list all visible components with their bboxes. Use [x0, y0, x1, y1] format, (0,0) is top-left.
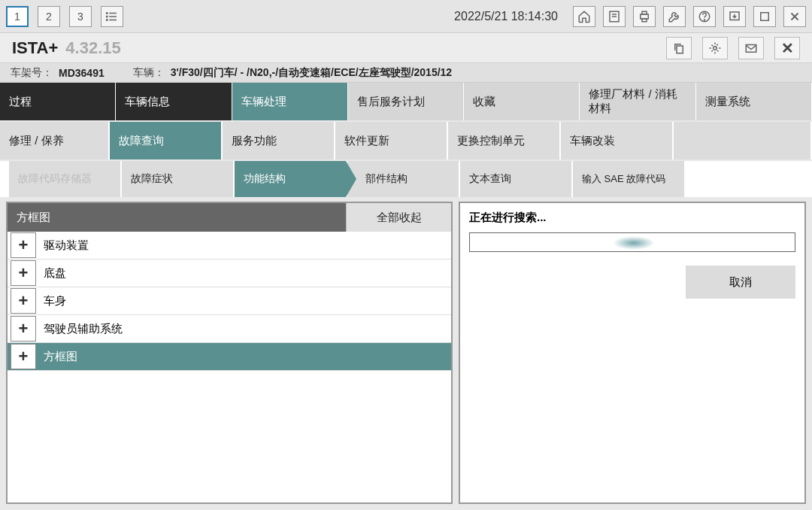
- tab-vehicle-handling[interactable]: 车辆处理: [232, 83, 348, 120]
- expand-icon[interactable]: +: [11, 260, 36, 286]
- help-button[interactable]: [693, 6, 716, 27]
- tree-item-chassis[interactable]: + 底盘: [8, 260, 451, 287]
- vehicle-description: 3'/F30/四门车/ - /N20,-/自动变速箱/ECE/左座驾驶型/201…: [171, 66, 452, 80]
- svg-rect-15: [761, 12, 769, 20]
- app-bar: ISTA+ 4.32.15 ✕: [0, 33, 812, 63]
- expand-icon[interactable]: +: [11, 344, 36, 369]
- top-toolbar: 1 2 3 2022/5/21 18:14:30: [0, 0, 812, 33]
- svg-point-19: [714, 46, 717, 50]
- toolbar-right-group: [573, 6, 806, 27]
- expand-icon[interactable]: +: [11, 288, 36, 314]
- maximize-button[interactable]: [753, 6, 776, 27]
- workspace-3-button[interactable]: 3: [69, 6, 92, 27]
- print-button[interactable]: [633, 6, 656, 27]
- tab-service-plan[interactable]: 售后服务计划: [348, 83, 464, 120]
- left-panel: 方框图 全部收起 + 驱动装置 + 底盘 + 车身 + 驾驶员辅助系统 + 方框…: [6, 202, 453, 504]
- app-bar-actions: ✕: [666, 37, 800, 59]
- tree-item-label: 驾驶员辅助系统: [39, 322, 123, 336]
- tree-item-label: 方框图: [39, 350, 77, 364]
- copy-button[interactable]: [666, 37, 692, 59]
- subtab2-fault-symptom[interactable]: 故障症状: [122, 161, 235, 197]
- svg-point-5: [107, 19, 108, 20]
- tree-item-body[interactable]: + 车身: [8, 287, 451, 315]
- tab-workshop-materials[interactable]: 修理厂材料 / 消耗材料: [580, 83, 695, 120]
- subtab-fault-inquiry[interactable]: 故障查询: [110, 122, 223, 159]
- subtab-service-function[interactable]: 服务功能: [223, 122, 335, 159]
- wrench-button[interactable]: [663, 6, 686, 27]
- right-panel-actions: 取消: [686, 266, 795, 299]
- tree-item-block-diagram[interactable]: + 方框图: [8, 343, 451, 371]
- svg-point-4: [107, 16, 108, 17]
- mail-button[interactable]: [738, 37, 764, 59]
- datetime-display: 2022/5/21 18:14:30: [454, 10, 558, 23]
- subtab2-sae-fault-code[interactable]: 输入 SAE 故障代码: [573, 161, 686, 197]
- export-button[interactable]: [723, 6, 746, 27]
- svg-rect-9: [641, 14, 649, 19]
- vin-label: 车架号：: [11, 66, 53, 80]
- right-panel: 正在进行搜索... 取消: [459, 202, 806, 504]
- left-panel-title: 方框图: [8, 203, 346, 232]
- subtab2-function-structure[interactable]: 功能结构: [235, 161, 347, 197]
- tree-list: + 驱动装置 + 底盘 + 车身 + 驾驶员辅助系统 + 方框图: [8, 232, 451, 502]
- workspace-2-button[interactable]: 2: [38, 6, 60, 27]
- collapse-all-button[interactable]: 全部收起: [346, 203, 451, 232]
- tab-process[interactable]: 过程: [0, 83, 116, 120]
- tree-item-drive[interactable]: + 驱动装置: [8, 232, 451, 260]
- sub-tabs-2: 故障代码存储器 故障症状 功能结构 部件结构 文本查询 输入 SAE 故障代码: [0, 161, 812, 197]
- tree-item-label: 驱动装置: [39, 238, 89, 253]
- expand-icon[interactable]: +: [11, 232, 36, 258]
- workspace-1-button[interactable]: 1: [6, 6, 29, 27]
- svg-rect-10: [642, 11, 647, 14]
- subtab-vehicle-modification[interactable]: 车辆改装: [561, 122, 674, 159]
- tab-favorites[interactable]: 收藏: [464, 83, 580, 120]
- workspace-switcher: 1 2 3: [6, 6, 123, 27]
- document-button[interactable]: [603, 6, 626, 27]
- main-tabs: 过程 车辆信息 车辆处理 售后服务计划 收藏 修理厂材料 / 消耗材料 测量系统: [0, 83, 812, 120]
- svg-rect-11: [642, 19, 647, 22]
- tab-vehicle-info[interactable]: 车辆信息: [116, 83, 232, 120]
- content-area: 方框图 全部收起 + 驱动装置 + 底盘 + 车身 + 驾驶员辅助系统 + 方框…: [0, 197, 812, 508]
- subtab2-component-structure[interactable]: 部件结构: [347, 161, 460, 197]
- search-status-label: 正在进行搜索...: [469, 211, 795, 225]
- cancel-button[interactable]: 取消: [686, 266, 795, 299]
- progress-bar: [469, 232, 795, 252]
- close-window-button[interactable]: [783, 6, 806, 27]
- subtab-replace-ecu[interactable]: 更换控制单元: [448, 122, 561, 159]
- subtab-empty: [674, 122, 812, 159]
- left-panel-header: 方框图 全部收起: [8, 203, 451, 232]
- subtab2-text-query[interactable]: 文本查询: [460, 161, 573, 197]
- app-version: 4.32.15: [65, 38, 120, 58]
- tree-item-label: 车身: [39, 294, 66, 308]
- vin-value: MD36491: [59, 67, 105, 79]
- vehicle-label: 车辆：: [133, 66, 165, 80]
- settings-button[interactable]: [702, 37, 728, 59]
- home-button[interactable]: [573, 6, 595, 27]
- svg-rect-18: [677, 46, 683, 53]
- tab-measuring-system[interactable]: 测量系统: [696, 83, 812, 120]
- svg-point-3: [107, 12, 108, 14]
- expand-icon[interactable]: +: [11, 316, 36, 342]
- subtab-repair-maintenance[interactable]: 修理 / 保养: [0, 122, 110, 159]
- svg-point-13: [704, 19, 704, 20]
- tree-item-driver-assist[interactable]: + 驾驶员辅助系统: [8, 315, 451, 343]
- subtab2-fault-memory: 故障代码存储器: [9, 161, 122, 197]
- sub-tabs-1: 修理 / 保养 故障查询 服务功能 软件更新 更换控制单元 车辆改装: [0, 122, 812, 159]
- list-toolbar-button[interactable]: [101, 6, 123, 27]
- app-name: ISTA+: [12, 38, 58, 58]
- vehicle-info-bar: 车架号： MD36491 车辆： 3'/F30/四门车/ - /N20,-/自动…: [0, 63, 812, 83]
- close-app-button[interactable]: ✕: [774, 37, 800, 59]
- tree-item-label: 底盘: [39, 266, 66, 281]
- subtab-software-update[interactable]: 软件更新: [335, 122, 448, 159]
